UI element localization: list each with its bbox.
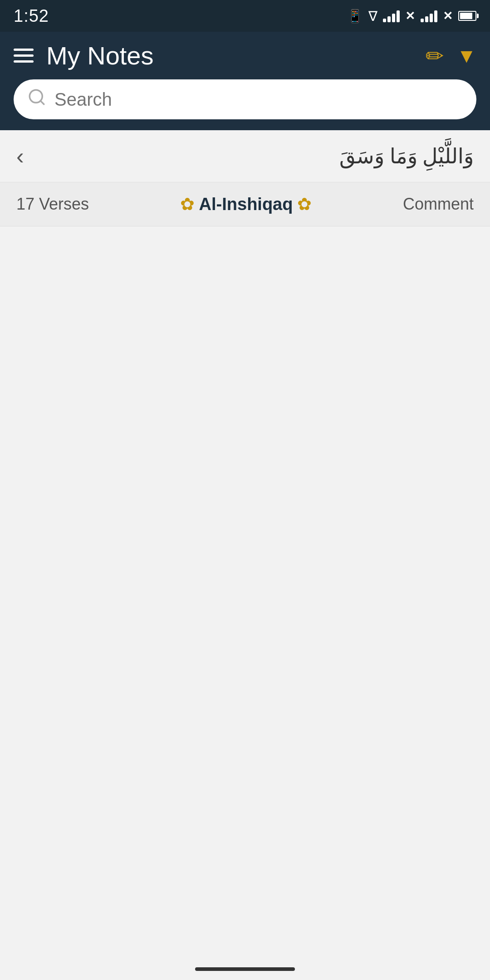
content-area: ‹ وَاللَّيْلِ وَمَا وَسَقَ 17 Verses ✿ A… xyxy=(0,130,490,934)
surah-info-row: 17 Verses ✿ Al-Inshiqaq ✿ Comment xyxy=(0,182,490,226)
menu-button[interactable] xyxy=(14,49,34,63)
search-icon xyxy=(27,88,46,111)
surah-name-container: ✿ Al-Inshiqaq ✿ xyxy=(180,194,312,214)
home-indicator xyxy=(195,967,295,971)
wifi-icon: ∇ xyxy=(368,8,377,24)
svg-line-1 xyxy=(40,101,44,104)
filter-button[interactable]: ▼ xyxy=(456,44,476,67)
status-bar: 1:52 📱 ∇ ✕ ✕ xyxy=(0,0,490,32)
surah-name: Al-Inshiqaq xyxy=(199,195,293,214)
verse-row: ‹ وَاللَّيْلِ وَمَا وَسَقَ xyxy=(0,130,490,182)
back-button[interactable]: ‹ xyxy=(16,143,24,169)
page-title: My Notes xyxy=(46,41,154,70)
ornament-right: ✿ xyxy=(297,194,312,214)
ornament-left: ✿ xyxy=(180,194,195,214)
sim-icon: 📱 xyxy=(347,9,363,24)
verses-count: 17 Verses xyxy=(16,195,89,214)
signal-x2-icon: ✕ xyxy=(443,9,453,23)
status-time: 1:52 xyxy=(14,6,49,26)
signal-bars-1 xyxy=(383,10,400,22)
search-input[interactable] xyxy=(54,89,463,110)
signal-x-icon: ✕ xyxy=(405,9,415,23)
comment-label: Comment xyxy=(403,195,474,214)
signal-bars-2 xyxy=(421,10,437,22)
status-icons: 📱 ∇ ✕ ✕ xyxy=(347,8,476,24)
edit-button[interactable]: ✏ xyxy=(426,43,444,69)
search-bar[interactable] xyxy=(14,79,476,119)
battery-icon xyxy=(458,11,476,21)
arabic-verse-text: وَاللَّيْلِ وَمَا وَسَقَ xyxy=(339,144,474,168)
notes-content-area xyxy=(0,226,490,934)
header: My Notes ✏ ▼ xyxy=(0,32,490,130)
